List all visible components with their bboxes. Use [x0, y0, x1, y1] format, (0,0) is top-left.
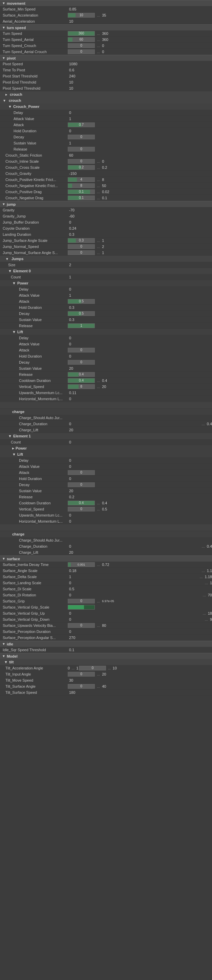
surface-acceleration-slider[interactable]: 10: [68, 13, 95, 18]
crouch-gravity-value[interactable]: -150: [68, 172, 212, 175]
e0-lift-sustain-value-value[interactable]: 20: [68, 366, 212, 371]
tilt-acceleration-angle-v1[interactable]: 0: [68, 666, 70, 670]
e0-power-hold-duration-value[interactable]: 0.3: [68, 305, 212, 310]
e0-charge-header[interactable]: charge: [0, 409, 212, 415]
surface-landing-scale-value[interactable]: 0: [68, 581, 203, 585]
surface-delta-scale-value[interactable]: 1: [68, 575, 198, 579]
e0-lift-delay-value[interactable]: 0: [68, 336, 212, 340]
gravity-value[interactable]: -70: [68, 208, 212, 212]
e1-lift-upward-momentum-value[interactable]: 0: [68, 513, 212, 517]
e1-lift-sustain-value-value[interactable]: 20: [68, 489, 212, 493]
turn-speed-aerial-crouch-slider[interactable]: 0: [68, 49, 95, 54]
time-to-pivot-value[interactable]: 0.6: [68, 68, 212, 72]
jumps-size-value[interactable]: 2: [68, 263, 212, 267]
surface-angle-scale-value[interactable]: 0.18: [68, 569, 200, 573]
e1-charge-header[interactable]: charge: [0, 531, 212, 537]
crouch-static-friction-value[interactable]: 60: [68, 153, 212, 157]
crouch-pos-kinetic-frict-slider[interactable]: 4: [68, 177, 95, 182]
surface-section[interactable]: ▼ surface: [0, 555, 212, 562]
aerial-acceleration-value[interactable]: 10: [68, 19, 212, 23]
movement-section[interactable]: ▼ movement: [0, 0, 212, 6]
surface-vertical-grip-up-value[interactable]: 0: [68, 611, 201, 615]
crouch-outer-section[interactable]: ▸ crouch: [0, 91, 212, 97]
tilt-input-angle-slider[interactable]: 0: [68, 672, 95, 676]
element1-section[interactable]: ▼ Element 1: [0, 433, 212, 439]
jump-normal-surface-angle-slider[interactable]: 0: [68, 250, 95, 255]
turn-speed-section[interactable]: ▼ turn speed: [0, 24, 212, 30]
coyote-duration-value[interactable]: 0.24: [68, 226, 212, 231]
e0-lift-cooldown-duration-slider[interactable]: 0.4: [68, 378, 95, 383]
e0-lift-decay-slider[interactable]: 0: [68, 360, 95, 365]
element1-lift-header[interactable]: ▼ Lift: [0, 451, 212, 457]
crouch-hold-duration-value[interactable]: 0: [68, 129, 212, 133]
pivot-end-threshold-value[interactable]: 10: [68, 80, 212, 84]
surface-vertical-grip-down-value[interactable]: 0: [68, 617, 203, 621]
crouch-neg-kinetic-frict-slider[interactable]: 8: [68, 183, 95, 188]
e1-charge-lift-value[interactable]: 20: [68, 550, 212, 554]
crouch-attack-slider[interactable]: 0.7: [68, 123, 95, 127]
tilt-surface-angle-slider[interactable]: 0: [68, 684, 95, 689]
e0-power-attack-slider[interactable]: 0.5: [68, 299, 95, 304]
crouch-inner-section[interactable]: ▼ crouch: [0, 97, 212, 103]
e1-lift-decay-slider[interactable]: 0: [68, 482, 95, 487]
e0-lift-release-slider[interactable]: 0.4: [68, 372, 95, 377]
e1-lift-horizontal-momentum-value[interactable]: 0: [68, 519, 212, 523]
surface-di-rotation-value[interactable]: 0: [68, 593, 201, 597]
surface-perception-duration-value[interactable]: 0: [68, 630, 212, 633]
crouch-power-header[interactable]: ▼ Crouch_Power: [0, 103, 212, 110]
surface-di-scale-value[interactable]: 0.5: [68, 587, 212, 591]
e0-charge-duration-value[interactable]: 0: [68, 422, 200, 426]
e1-lift-vertical-speed-slider[interactable]: 0: [68, 507, 95, 511]
crouch-decay-slider[interactable]: 0: [68, 135, 95, 139]
pivot-speed-threshold-value[interactable]: 10: [68, 86, 212, 90]
e1-lift-delay-value[interactable]: 0: [68, 458, 212, 463]
gravity-jump-value[interactable]: -60: [68, 214, 212, 218]
surface-upwards-velocity-bia-slider[interactable]: 0: [68, 623, 95, 628]
crouch-release-slider[interactable]: 0: [68, 147, 95, 151]
e1-lift-release-value[interactable]: 0.2: [68, 495, 212, 499]
pivot-speed-value[interactable]: 1080: [68, 62, 212, 66]
jump-section[interactable]: ▼ jump: [0, 201, 212, 207]
e0-power-decay-slider[interactable]: 0.5: [68, 311, 95, 316]
e1-lift-attack-slider[interactable]: 0: [68, 470, 95, 475]
e0-power-attack-value-value[interactable]: 1: [68, 293, 212, 298]
turn-speed-slider[interactable]: 360: [68, 31, 95, 36]
crouch-sustain-value-value[interactable]: 1: [68, 141, 212, 145]
e1-charge-duration-value[interactable]: 0: [68, 544, 200, 548]
e1-lift-hold-duration-value[interactable]: 0: [68, 477, 212, 481]
tilt-move-speed-value[interactable]: 30: [68, 678, 212, 682]
surface-perception-angular-value[interactable]: 270: [68, 636, 212, 640]
e0-power-delay-value[interactable]: 0: [68, 287, 212, 291]
e1-lift-attack-value-value[interactable]: 0: [68, 465, 212, 469]
crouch-pos-drag-slider[interactable]: 0.1: [68, 189, 95, 194]
tilt-acceleration-angle-slider[interactable]: 0: [79, 666, 106, 670]
tilt-surface-speed-value[interactable]: 180: [68, 690, 212, 695]
element0-section[interactable]: ▼ Element 0: [0, 268, 212, 274]
pivot-section[interactable]: ▼ pivot: [0, 55, 212, 61]
element0-power-header[interactable]: ▼ Power: [0, 280, 212, 286]
idle-section[interactable]: ▼ idle: [0, 641, 212, 647]
e0-lift-upward-momentum-value[interactable]: 0.11: [68, 391, 212, 395]
e0-lift-attack-slider[interactable]: 0: [68, 348, 95, 353]
model-section[interactable]: ▼ Model: [0, 653, 212, 659]
crouch-neg-drag-slider[interactable]: 0.1: [68, 196, 95, 200]
element1-count-value[interactable]: 0: [68, 440, 212, 444]
turn-speed-crouch-slider[interactable]: 0: [68, 43, 95, 48]
e0-lift-hold-duration-value[interactable]: 0: [68, 354, 212, 358]
surface-inertia-decay-time-slider[interactable]: 0.001: [68, 562, 95, 567]
e0-lift-vertical-speed-slider[interactable]: 8: [68, 384, 95, 389]
turn-speed-aerial-slider[interactable]: 60: [68, 37, 95, 42]
surface-vertical-grip-scale-slider[interactable]: [68, 605, 95, 609]
landing-duration-value[interactable]: 0.3: [68, 232, 212, 237]
element1-power-header[interactable]: ▸ Power: [0, 445, 212, 451]
jump-normal-speed-slider[interactable]: 0: [68, 244, 95, 249]
jumps-section[interactable]: ▼ Jumps: [0, 256, 212, 262]
surface-min-speed-value[interactable]: 0.85: [68, 7, 212, 11]
e0-lift-horizontal-momentum-value[interactable]: 0: [68, 397, 212, 401]
element0-count-value[interactable]: 1: [68, 275, 212, 279]
crouch-delay-value[interactable]: 0: [68, 111, 212, 115]
e1-lift-cooldown-duration-slider[interactable]: 0.4: [68, 501, 95, 505]
element0-lift-header[interactable]: ▼ Lift: [0, 329, 212, 335]
e0-power-sustain-value-value[interactable]: 0.3: [68, 318, 212, 322]
crouch-cross-scale-slider[interactable]: 0.2: [68, 165, 95, 170]
